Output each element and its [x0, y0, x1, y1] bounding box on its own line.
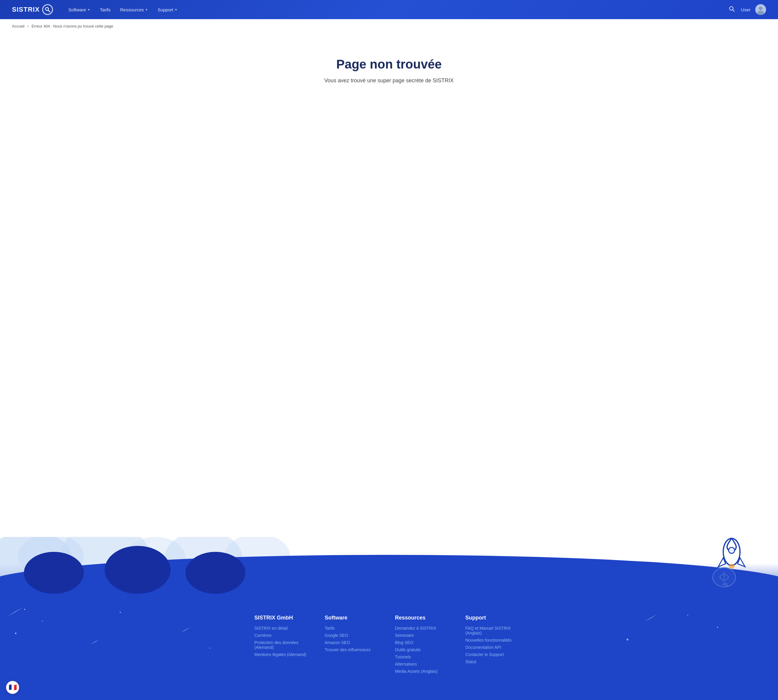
- footer-col-2-title: Software: [325, 615, 383, 621]
- page-title: Page non trouvée: [337, 57, 441, 72]
- star-decoration: [24, 609, 25, 610]
- user-label: User: [741, 7, 750, 12]
- breadcrumb-home[interactable]: Accueil: [12, 24, 25, 28]
- footer-link-protection[interactable]: Protection des données (Alemand): [254, 640, 313, 650]
- rocket-illustration: [703, 537, 754, 589]
- header: SISTRIX Software ▼ Tarifs Ressources ▼ S…: [0, 0, 778, 19]
- footer-link-tutoriels[interactable]: Tutoriels: [395, 655, 453, 659]
- star-decoration: [717, 627, 718, 628]
- language-selector[interactable]: 🇫🇷: [6, 681, 19, 694]
- footer-col-support: Support FAQ et Manuel SISTRIX (Anglais) …: [465, 615, 524, 676]
- footer-col-3-title: Ressources: [395, 615, 453, 621]
- shooting-line: [180, 627, 191, 633]
- footer-link-statut[interactable]: Statut: [465, 659, 524, 664]
- logo-text: SISTRIX: [12, 6, 40, 13]
- star-decoration: [210, 648, 210, 648]
- footer-col-ressources: Ressources Demandez à SISTRIX Seminaire …: [395, 615, 453, 676]
- page-subtitle: Vous avez trouvé une super page secrète …: [324, 78, 454, 84]
- logo[interactable]: SISTRIX: [12, 4, 53, 15]
- nav-tarifs[interactable]: Tarifs: [97, 5, 114, 15]
- star-decoration: [42, 621, 43, 622]
- footer-link-influenceurs[interactable]: Trouver des influenceurs: [325, 647, 383, 652]
- footer-link-media[interactable]: Media Assets (Anglais): [395, 669, 453, 674]
- svg-point-8: [729, 547, 735, 553]
- footer-col-software: Software Tarifs Google SEO Amazon SEO Tr…: [325, 615, 383, 676]
- nav-software[interactable]: Software ▼: [65, 5, 94, 15]
- breadcrumb-current: Erreur 404 : Nous n'avons pu trouvé cett…: [32, 24, 113, 28]
- footer-link-nouvelles[interactable]: Nouvelles fonctionnalités: [465, 638, 524, 643]
- shooting-line: [7, 607, 23, 617]
- footer-link-outils[interactable]: Outils gratuits: [395, 647, 453, 652]
- footer-link-alternatives[interactable]: Alternatives: [395, 662, 453, 667]
- breadcrumb-separator: >: [27, 24, 29, 28]
- main-content: Page non trouvée Vous avez trouvé une su…: [0, 33, 778, 537]
- star-decoration: [120, 612, 121, 613]
- svg-point-9: [729, 564, 735, 568]
- search-icon[interactable]: [728, 5, 736, 15]
- footer-link-carrieres[interactable]: Carrières: [254, 633, 313, 638]
- footer-link-google-seo[interactable]: Google SEO: [325, 633, 383, 638]
- footer-link-api-doc[interactable]: Documentation API: [465, 645, 524, 650]
- footer-link-seminaire[interactable]: Seminaire: [395, 633, 453, 638]
- shooting-line: [90, 639, 100, 645]
- nav-support[interactable]: Support ▼: [154, 5, 181, 15]
- star-decoration: [687, 615, 688, 616]
- footer-link-tarifs[interactable]: Tarifs: [325, 626, 383, 630]
- star-decoration: [626, 638, 628, 640]
- footer: SISTRIX GmbH SISTRIX en détail Carrières…: [0, 603, 778, 700]
- svg-line-3: [733, 10, 734, 12]
- main-nav: Software ▼ Tarifs Ressources ▼ Support ▼: [65, 5, 716, 15]
- header-right: User: [728, 4, 766, 15]
- footer-link-contacter[interactable]: Contacter le Support: [465, 652, 524, 657]
- avatar[interactable]: [755, 4, 766, 15]
- flag-icon: 🇫🇷: [9, 683, 17, 691]
- svg-point-2: [730, 7, 733, 10]
- footer-area: SISTRIX GmbH SISTRIX en détail Carrières…: [0, 537, 778, 700]
- footer-link-sistrix-detail[interactable]: SISTRIX en détail: [254, 626, 313, 630]
- breadcrumb: Accueil > Erreur 404 : Nous n'avons pu t…: [0, 19, 778, 33]
- chevron-down-icon: ▼: [175, 8, 177, 12]
- footer-columns: SISTRIX GmbH SISTRIX en détail Carrières…: [254, 615, 524, 676]
- chevron-down-icon: ▼: [145, 8, 148, 12]
- svg-point-5: [759, 7, 763, 10]
- footer-link-mentions[interactable]: Mentions légales (Alemand): [254, 652, 313, 657]
- footer-link-faq[interactable]: FAQ et Manuel SISTRIX (Anglais): [465, 626, 524, 635]
- chevron-down-icon: ▼: [87, 8, 90, 12]
- svg-line-1: [48, 10, 50, 12]
- star-decoration: [15, 633, 17, 634]
- footer-link-amazon-seo[interactable]: Amazon SEO: [325, 640, 383, 645]
- shooting-line: [644, 614, 657, 622]
- footer-col-1-title: SISTRIX GmbH: [254, 615, 313, 621]
- logo-icon: [42, 4, 53, 15]
- footer-col-4-title: Support: [465, 615, 524, 621]
- footer-col-sistrix: SISTRIX GmbH SISTRIX en détail Carrières…: [254, 615, 313, 676]
- footer-link-blog-seo[interactable]: Blog SEO: [395, 640, 453, 645]
- nav-ressources[interactable]: Ressources ▼: [117, 5, 152, 15]
- footer-link-demandez[interactable]: Demandez à SISTRIX: [395, 626, 453, 630]
